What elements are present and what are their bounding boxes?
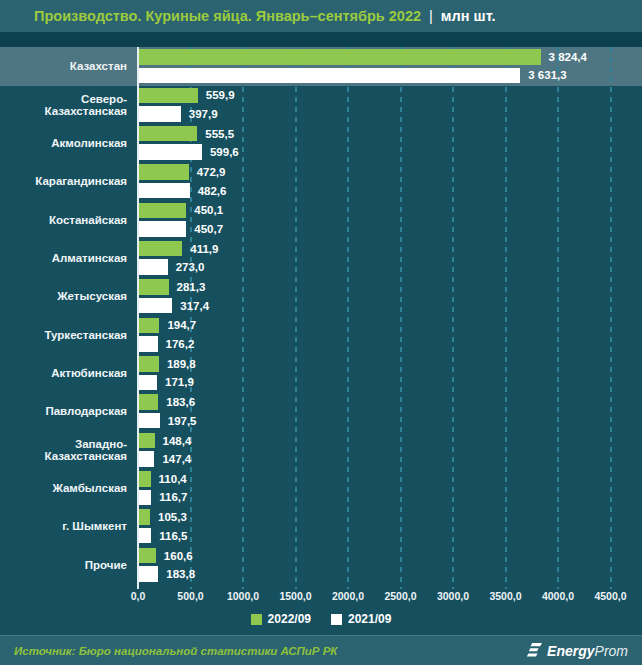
category-label: Северо-Казахстанская [0, 93, 138, 117]
bar-2021-09: 482,6 [139, 183, 190, 199]
bar-2021-09: 116,7 [139, 490, 151, 506]
bar-fill [139, 509, 150, 525]
chart-row: Костанайская450,1450,7 [0, 200, 642, 238]
bar-fill [139, 548, 156, 564]
bar-2022-09: 160,6 [139, 548, 156, 564]
legend-item-2022-09: 2022/09 [251, 612, 311, 626]
chart-row: Жетысуская281,3317,4 [0, 277, 642, 315]
row-bars: 110,4116,7 [138, 471, 642, 505]
bar-2021-09: 147,4 [139, 451, 154, 467]
bar-2021-09: 171,9 [139, 375, 157, 391]
bar-fill [139, 413, 160, 429]
bar-2021-09: 176,2 [139, 336, 158, 352]
bar-fill [139, 298, 172, 314]
bar-fill [139, 566, 158, 582]
energyprom-logo-icon [526, 643, 543, 658]
bar-fill [139, 356, 159, 372]
plot-rows: Казахстан3 824,43 631,3Северо-Казахстанс… [0, 47, 642, 584]
chart-row: Жамбылская110,4116,7 [0, 469, 642, 507]
chart-row: г. Шымкент105,3116,5 [0, 507, 642, 545]
bar-fill [139, 451, 154, 467]
bar-value-label: 3 824,4 [549, 51, 587, 63]
bar-fill [139, 336, 158, 352]
bar-2022-09: 281,3 [139, 279, 169, 295]
bar-2022-09: 3 824,4 [139, 49, 541, 65]
bar-chart: Казахстан3 824,43 631,3Северо-Казахстанс… [0, 47, 642, 635]
bar-value-label: 197,5 [168, 415, 197, 427]
title-divider-strip [0, 32, 642, 47]
chart-row: Туркестанская194,7176,2 [0, 316, 642, 354]
bar-2021-09: 599,6 [139, 144, 202, 160]
bar-value-label: 3 631,3 [528, 69, 566, 81]
category-label: Жетысуская [0, 290, 138, 302]
bar-2021-09: 3 631,3 [139, 68, 520, 84]
bar-value-label: 176,2 [166, 338, 195, 350]
chart-title-bar: Производство. Куриные яйца. Январь–сентя… [0, 0, 642, 32]
row-bars: 105,3116,5 [138, 509, 642, 543]
bar-2021-09: 450,7 [139, 221, 186, 237]
bar-2022-09: 194,7 [139, 318, 159, 334]
bar-fill [139, 528, 151, 544]
chart-row: Западно-Казахстанская148,4147,4 [0, 431, 642, 469]
category-label: Костанайская [0, 214, 138, 226]
chart-row: Актюбинская189,8171,9 [0, 354, 642, 392]
row-bars: 194,7176,2 [138, 318, 642, 352]
bar-fill [139, 164, 189, 180]
category-label: Казахстан [0, 60, 138, 72]
bar-2022-09: 183,6 [139, 394, 158, 410]
row-bars: 160,6183,8 [138, 548, 642, 582]
bar-value-label: 599,6 [210, 146, 239, 158]
chart-title: Производство. Куриные яйца. Январь–сентя… [34, 8, 421, 24]
row-bars: 183,6197,5 [138, 394, 642, 428]
bar-value-label: 317,4 [180, 300, 209, 312]
bar-fill [139, 106, 181, 122]
bar-2021-09: 317,4 [139, 298, 172, 314]
category-label: Прочие [0, 559, 138, 571]
bar-value-label: 555,5 [205, 128, 234, 140]
category-label: Актюбинская [0, 367, 138, 379]
category-label: Алматинская [0, 252, 138, 264]
bar-fill [139, 241, 182, 257]
bar-fill [139, 490, 151, 506]
x-axis-tick-label: 4500,0 [579, 590, 642, 602]
bar-fill [139, 259, 168, 275]
row-bars: 559,9397,9 [138, 88, 642, 122]
footer-bar: Источник: Бюро национальной статистики А… [0, 635, 642, 665]
bar-value-label: 110,4 [159, 473, 187, 485]
bar-fill [139, 183, 190, 199]
chart-row: Казахстан3 824,43 631,3 [0, 47, 642, 85]
bar-fill [139, 375, 157, 391]
bar-2022-09: 110,4 [139, 471, 151, 487]
bar-value-label: 450,1 [194, 204, 223, 216]
chart-row: Павлодарская183,6197,5 [0, 392, 642, 430]
chart-row: Акмолинская555,5599,6 [0, 124, 642, 162]
bar-2022-09: 411,9 [139, 241, 182, 257]
bar-2022-09: 450,1 [139, 203, 186, 219]
bar-2022-09: 189,8 [139, 356, 159, 372]
bar-2021-09: 116,5 [139, 528, 151, 544]
category-label: Жамбылская [0, 482, 138, 494]
bar-value-label: 183,6 [166, 396, 195, 408]
bar-2022-09: 555,5 [139, 126, 197, 142]
bar-value-label: 116,5 [159, 530, 187, 542]
row-bars: 555,5599,6 [138, 126, 642, 160]
bar-value-label: 411,9 [190, 243, 218, 255]
bar-2021-09: 183,8 [139, 566, 158, 582]
chart-row: Прочие160,6183,8 [0, 546, 642, 584]
bar-fill [139, 279, 169, 295]
category-label: Туркестанская [0, 329, 138, 341]
row-bars: 189,8171,9 [138, 356, 642, 390]
bar-fill [139, 88, 198, 104]
source-note: Источник: Бюро национальной статистики А… [14, 645, 337, 657]
category-label: Западно-Казахстанская [0, 438, 138, 462]
row-bars: 472,9482,6 [138, 164, 642, 198]
category-label: г. Шымкент [0, 520, 138, 532]
chart-legend: 2022/092021/09 [0, 612, 642, 626]
bar-value-label: 397,9 [189, 108, 218, 120]
bar-2021-09: 397,9 [139, 106, 181, 122]
bar-fill [139, 144, 202, 160]
legend-swatch [331, 614, 342, 625]
bar-2022-09: 559,9 [139, 88, 198, 104]
bar-value-label: 116,7 [159, 491, 187, 503]
bar-2022-09: 472,9 [139, 164, 189, 180]
